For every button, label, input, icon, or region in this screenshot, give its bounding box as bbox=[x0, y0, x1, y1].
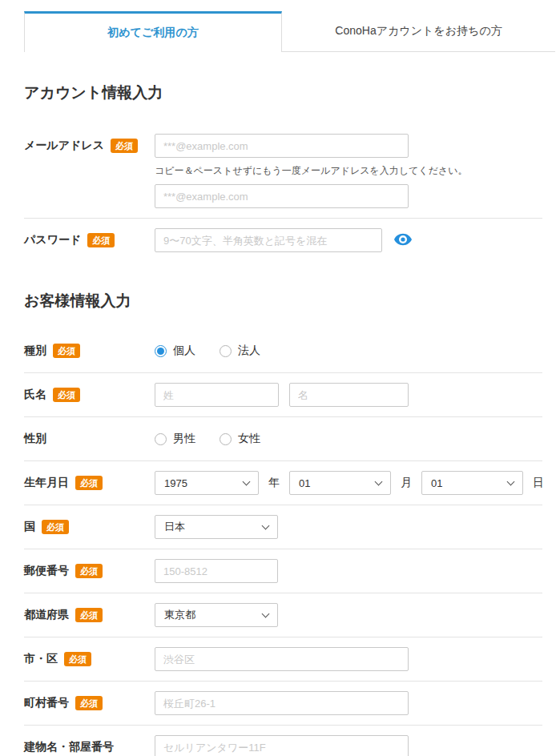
field-row-type: 種別 必須 個人 法人 bbox=[24, 329, 542, 372]
password-visibility-toggle[interactable] bbox=[393, 231, 413, 250]
tab-first-time-user[interactable]: 初めてご利用の方 bbox=[24, 11, 282, 52]
birthdate-label: 生年月日 bbox=[24, 476, 69, 490]
city-input[interactable] bbox=[155, 647, 409, 671]
signup-form: アカウント情報入力 メールアドレス 必須 コピー＆ペーストせずにもう一度メールア… bbox=[24, 82, 542, 756]
birth-year-select[interactable]: 1975 bbox=[155, 471, 259, 495]
birth-month-unit: 月 bbox=[401, 476, 412, 490]
email-label: メールアドレス bbox=[24, 139, 104, 153]
customer-info-heading: お客様情報入力 bbox=[24, 291, 542, 312]
chevron-down-icon bbox=[507, 478, 515, 486]
email-input[interactable] bbox=[155, 134, 409, 158]
required-badge: 必須 bbox=[75, 696, 103, 710]
gender-radio-male-label: 男性 bbox=[173, 432, 195, 446]
last-name-input[interactable] bbox=[155, 383, 279, 407]
prefecture-select[interactable]: 東京都 bbox=[155, 603, 278, 627]
field-row-birthdate: 生年月日 必須 1975 年 01 月 01 日 bbox=[24, 460, 542, 505]
country-select[interactable]: 日本 bbox=[155, 515, 278, 539]
type-radio-individual-label: 個人 bbox=[173, 344, 195, 358]
field-row-country: 国 必須 日本 bbox=[24, 505, 542, 549]
field-row-prefecture: 都道府県 必須 東京都 bbox=[24, 593, 542, 637]
type-label: 種別 bbox=[24, 344, 46, 358]
chevron-down-icon bbox=[262, 522, 270, 530]
chevron-down-icon bbox=[243, 478, 251, 486]
required-badge: 必須 bbox=[87, 233, 115, 247]
required-badge: 必須 bbox=[75, 476, 103, 490]
first-name-input[interactable] bbox=[289, 383, 409, 407]
field-row-email: メールアドレス 必須 コピー＆ペーストせずにもう一度メールアドレスを入力してくだ… bbox=[24, 124, 542, 218]
radio-unselected-icon bbox=[220, 345, 232, 357]
eye-icon bbox=[393, 230, 413, 251]
required-badge: 必須 bbox=[42, 520, 69, 534]
field-row-building: 建物名・部屋番号 bbox=[24, 725, 542, 756]
required-badge: 必須 bbox=[64, 652, 91, 666]
chevron-down-icon bbox=[262, 610, 270, 618]
tab-existing-conoha-account-label: ConoHaアカウントをお持ちの方 bbox=[335, 24, 502, 38]
field-row-street: 町村番号 必須 bbox=[24, 681, 542, 725]
country-value: 日本 bbox=[164, 520, 185, 534]
birth-day-unit: 日 bbox=[533, 476, 544, 490]
city-label: 市・区 bbox=[24, 652, 58, 666]
birth-year-unit: 年 bbox=[268, 476, 280, 490]
email-confirm-input[interactable] bbox=[155, 184, 409, 208]
birth-year-value: 1975 bbox=[164, 477, 187, 489]
building-label: 建物名・部屋番号 bbox=[24, 740, 114, 754]
required-badge: 必須 bbox=[75, 608, 103, 622]
field-row-city: 市・区 必須 bbox=[24, 637, 542, 681]
gender-radio-male[interactable]: 男性 bbox=[155, 432, 195, 446]
field-row-name: 氏名 必須 bbox=[24, 372, 542, 416]
email-confirm-helper-text: コピー＆ペーストせずにもう一度メールアドレスを入力してください。 bbox=[155, 164, 542, 178]
gender-radio-female-label: 女性 bbox=[238, 432, 260, 446]
birth-month-select[interactable]: 01 bbox=[289, 471, 391, 495]
required-badge: 必須 bbox=[111, 139, 138, 153]
tab-existing-conoha-account[interactable]: ConoHaアカウントをお持ちの方 bbox=[282, 11, 555, 51]
signup-tabs: 初めてご利用の方 ConoHaアカウントをお持ちの方 bbox=[24, 11, 555, 52]
chevron-down-icon bbox=[375, 478, 383, 486]
postal-code-input[interactable] bbox=[155, 559, 278, 583]
radio-unselected-icon bbox=[155, 433, 167, 445]
radio-selected-icon bbox=[155, 345, 167, 357]
field-row-gender: 性別 男性 女性 bbox=[24, 416, 542, 460]
type-radio-corporate-label: 法人 bbox=[238, 344, 260, 358]
prefecture-value: 東京都 bbox=[164, 608, 195, 622]
prefecture-label: 都道府県 bbox=[24, 608, 69, 622]
birth-month-value: 01 bbox=[299, 477, 310, 489]
password-input[interactable] bbox=[155, 228, 382, 252]
required-badge: 必須 bbox=[53, 388, 80, 402]
type-radio-individual[interactable]: 個人 bbox=[155, 344, 195, 358]
gender-label: 性別 bbox=[24, 432, 46, 446]
postal-code-label: 郵便番号 bbox=[24, 564, 69, 578]
birth-day-value: 01 bbox=[431, 477, 442, 489]
type-radio-corporate[interactable]: 法人 bbox=[220, 344, 260, 358]
tab-first-time-user-label: 初めてご利用の方 bbox=[107, 26, 198, 40]
password-label: パスワード bbox=[24, 233, 81, 247]
gender-radio-female[interactable]: 女性 bbox=[220, 432, 260, 446]
required-badge: 必須 bbox=[75, 564, 103, 578]
building-input[interactable] bbox=[155, 735, 409, 756]
name-label: 氏名 bbox=[24, 388, 46, 402]
birth-day-select[interactable]: 01 bbox=[421, 471, 523, 495]
field-row-password: パスワード 必須 bbox=[24, 218, 542, 262]
radio-unselected-icon bbox=[220, 433, 232, 445]
country-label: 国 bbox=[24, 520, 35, 534]
field-row-postal-code: 郵便番号 必須 bbox=[24, 549, 542, 593]
street-input[interactable] bbox=[155, 691, 409, 715]
account-info-heading: アカウント情報入力 bbox=[24, 82, 542, 103]
required-badge: 必須 bbox=[53, 344, 80, 358]
street-label: 町村番号 bbox=[24, 696, 69, 710]
